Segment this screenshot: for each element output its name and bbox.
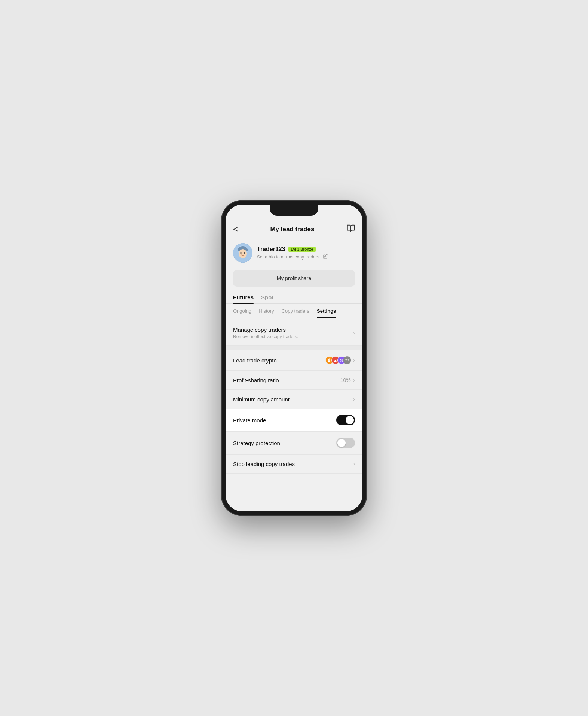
phone-frame: < My lead trades — [221, 200, 367, 516]
profit-sharing-ratio-right: 10% › — [340, 377, 355, 383]
lead-trade-crypto-item[interactable]: Lead trade crypto ₿ Ξ ◎ 20 › — [226, 350, 362, 371]
svg-point-4 — [244, 252, 245, 254]
minimum-copy-amount-item[interactable]: Minimum copy amount › — [226, 390, 362, 409]
settings-section: Manage copy traders Remove ineffective c… — [226, 321, 362, 474]
private-mode-item[interactable]: Private mode — [226, 409, 362, 432]
profile-bio: Set a bio to attract copy traders. — [257, 254, 328, 260]
svg-point-3 — [240, 252, 242, 254]
edit-icon[interactable] — [323, 254, 328, 260]
screen-content: < My lead trades — [226, 205, 362, 511]
manage-copy-traders-item[interactable]: Manage copy traders Remove ineffective c… — [226, 321, 362, 346]
lead-trade-crypto-title: Lead trade crypto — [233, 357, 277, 364]
chevron-icon: › — [353, 460, 355, 467]
stop-leading-title: Stop leading copy trades — [233, 461, 295, 467]
profile-section: Trader123 Lvl 1 Bronze Set a bio to attr… — [226, 240, 362, 269]
stop-leading-right: › — [353, 460, 355, 467]
spacer-1 — [226, 346, 362, 350]
svg-point-2 — [239, 249, 247, 258]
manage-copy-traders-left: Manage copy traders Remove ineffective c… — [233, 327, 298, 339]
manage-copy-traders-subtitle: Remove ineffective copy traders. — [233, 334, 298, 339]
tab-futures[interactable]: Futures — [233, 294, 254, 303]
profile-info: Trader123 Lvl 1 Bronze Set a bio to attr… — [257, 246, 328, 260]
avatar — [233, 243, 252, 263]
minimum-copy-amount-right: › — [353, 396, 355, 403]
market-tabs: Futures Spot — [226, 294, 362, 304]
tab-ongoing[interactable]: Ongoing — [233, 308, 251, 318]
strategy-protection-item[interactable]: Strategy protection — [226, 432, 362, 455]
tab-history[interactable]: History — [259, 308, 274, 318]
notch — [270, 205, 318, 216]
profit-share-button[interactable]: My profit share — [233, 270, 355, 287]
strategy-protection-title: Strategy protection — [233, 440, 280, 446]
back-button[interactable]: < — [233, 224, 238, 234]
manage-copy-traders-title: Manage copy traders — [233, 327, 298, 333]
profit-sharing-ratio-item[interactable]: Profit-sharing ratio 10% › — [226, 371, 362, 390]
level-badge: Lvl 1 Bronze — [288, 247, 316, 252]
strategy-protection-toggle[interactable] — [336, 438, 355, 448]
profile-name-row: Trader123 Lvl 1 Bronze — [257, 246, 328, 253]
book-icon[interactable] — [347, 224, 355, 234]
sub-tabs: Ongoing History Copy traders Settings — [226, 304, 362, 318]
stop-leading-item[interactable]: Stop leading copy trades › — [226, 455, 362, 474]
toggle-knob — [337, 439, 346, 447]
chevron-icon: › — [353, 396, 355, 403]
header: < My lead trades — [226, 220, 362, 240]
chevron-icon: › — [353, 357, 355, 364]
crypto-count: 20 — [343, 356, 351, 364]
minimum-copy-amount-title: Minimum copy amount — [233, 396, 290, 403]
tab-spot[interactable]: Spot — [261, 294, 273, 303]
tab-settings[interactable]: Settings — [317, 308, 336, 318]
page-title: My lead trades — [270, 226, 314, 233]
chevron-icon: › — [353, 377, 355, 383]
profile-name: Trader123 — [257, 246, 285, 253]
lead-trade-crypto-right: ₿ Ξ ◎ 20 › — [325, 356, 355, 364]
manage-copy-traders-right: › — [353, 330, 355, 336]
chevron-icon: › — [353, 330, 355, 336]
profit-sharing-ratio-title: Profit-sharing ratio — [233, 377, 279, 383]
bio-text: Set a bio to attract copy traders. — [257, 254, 321, 260]
toggle-knob — [346, 416, 354, 424]
ratio-value: 10% — [340, 377, 351, 383]
tab-copy-traders[interactable]: Copy traders — [282, 308, 309, 318]
private-mode-toggle[interactable] — [336, 415, 355, 425]
crypto-avatars: ₿ Ξ ◎ 20 — [325, 356, 351, 364]
phone-screen: < My lead trades — [226, 205, 362, 511]
private-mode-title: Private mode — [233, 417, 266, 423]
